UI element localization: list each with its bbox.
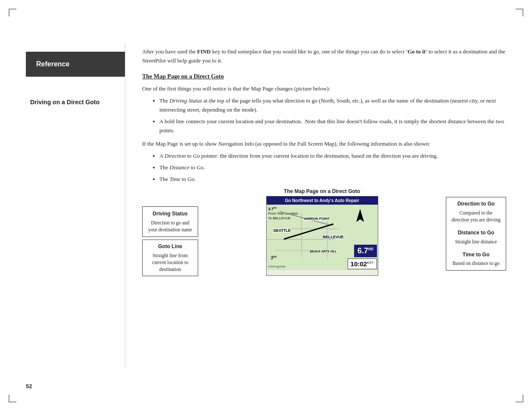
corner-br [516, 395, 523, 402]
map-distance-label: 3.7mi [268, 207, 277, 211]
bullet-item-2: A bold line connects your current locati… [159, 117, 506, 135]
map-distance-display: 6.7mi [354, 245, 377, 257]
road-v1 [301, 213, 302, 257]
callout-driving-status-title: Driving Status [147, 210, 193, 218]
callout-direction-text: Compared to the direction you are drivin… [451, 209, 501, 223]
callout-distance-text: Straight line distance [451, 238, 501, 245]
map-body: 3.7mi From Your Location To BELLEVUE SEA… [267, 205, 378, 270]
bullet-list-nav: A Direction to Go pointer: the direction… [159, 152, 506, 184]
map-section-intro: One of the first things you will notice … [142, 84, 506, 93]
callout-time: Time to Go Based on distance to go [446, 248, 506, 271]
find-bold: FIND [197, 48, 211, 55]
map-logo: metroguide [268, 265, 286, 268]
corner-bl [9, 395, 16, 402]
nav-info-text: If the Map Page is set up to show Naviga… [142, 140, 506, 149]
diagram-area: Driving Status Direction to go and your … [142, 188, 506, 276]
callout-goto-line-title: Goto Line [147, 243, 193, 250]
callout-goto-line-text: Straight line from current location to d… [147, 252, 193, 273]
nav-bullet-1: A Direction to Go pointer: the direction… [159, 152, 506, 161]
map-from-line2: To BELLEVUE [268, 216, 291, 220]
reference-box: Reference [26, 52, 125, 77]
callout-direction-title: Direction to Go [451, 200, 501, 208]
page-number: 52 [26, 383, 32, 389]
main-content: After you have used the FIND key to find… [125, 17, 506, 394]
callout-driving-status-text: Direction to go and your destination nam… [147, 219, 193, 233]
svg-marker-1 [356, 209, 364, 222]
corner-tr [516, 9, 523, 16]
road-h2 [267, 239, 335, 240]
bullet-item-1: The Driving Status at the top of the pag… [159, 97, 506, 115]
divider-line [125, 43, 125, 368]
map-diagram-title: The Map Page on a Direct Goto [284, 188, 360, 194]
map-from-label: 3.7mi From Your Location To BELLEVUE [268, 206, 298, 221]
map-time-display: 10:02EST [348, 258, 377, 269]
go-to-it-bold: 'Go to it' [406, 48, 427, 55]
callout-distance: Distance to Go Straight line distance [446, 226, 506, 248]
map-image: Go Northwest to Andy's Auto Repair 3.7mi… [266, 196, 378, 276]
callout-right-stack: Direction to Go Compared to the directio… [446, 197, 506, 271]
reference-label: Reference [36, 60, 69, 68]
callout-direction: Direction to Go Compared to the directio… [446, 197, 506, 226]
varron-point-label: VARRON POINT [303, 217, 330, 221]
intro-paragraph: After you have used the FIND key to find… [142, 47, 506, 65]
left-sidebar: Reference Driving on a Direct Goto [26, 17, 125, 394]
nav-bullet-2: The Distance to Go. [159, 163, 506, 172]
callout-time-text: Based on distance to go [451, 260, 501, 267]
map-section-heading: The Map Page on a Direct Goto [142, 73, 506, 80]
corner-tl [9, 9, 16, 16]
direction-arrow [355, 208, 366, 227]
nav-bullet-3: The Time to Go. [159, 175, 506, 184]
map-section: The Map Page on a Direct Goto Go Northwe… [198, 188, 446, 276]
seattle-label: SEATTLE [273, 228, 291, 233]
callout-driving-status: Driving Status Direction to go and your … [142, 206, 198, 237]
callout-goto-line: Goto Line Straight line from current loc… [142, 240, 198, 276]
bellevue-label: BELLEVUE [323, 235, 344, 239]
section-title: Driving on a Direct Goto [26, 98, 125, 107]
map-small-distance: 3mi [271, 255, 277, 260]
callout-time-title: Time to Go [451, 251, 501, 258]
callout-distance-title: Distance to Go [451, 229, 501, 237]
bullet-list-main: The Driving Status at the top of the pag… [159, 97, 506, 135]
beaux-arts-label: BEAUX ARTS VILL [310, 250, 337, 253]
map-header-bar: Go Northwest to Andy's Auto Repair [267, 196, 378, 205]
